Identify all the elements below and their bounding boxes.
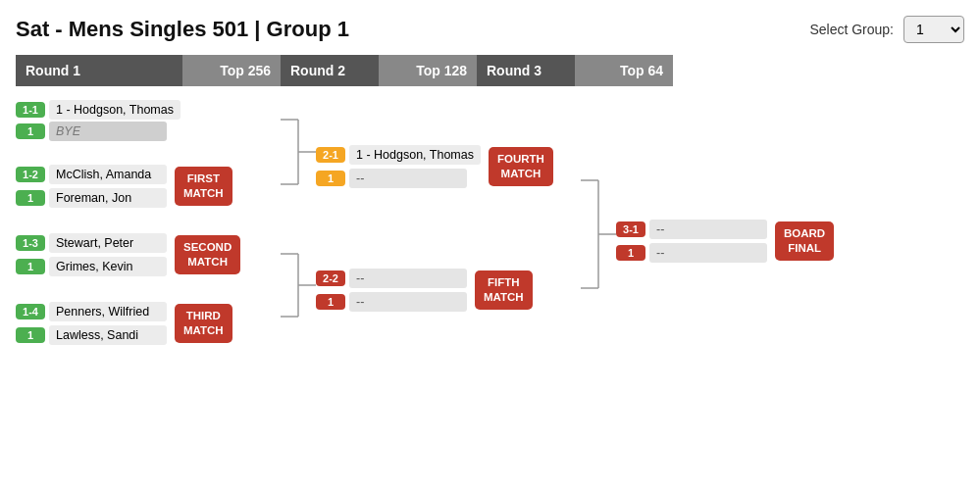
page-title: Sat - Mens Singles 501 | Group 1	[16, 17, 349, 42]
rounds-header: Round 1 Top 256 Round 2 Top 128 Round 3 …	[16, 55, 964, 86]
connector-svg-r1-r2	[281, 94, 316, 398]
r2-match-2: 2-2 -- 1 -- FIFTHMATCH	[316, 267, 581, 314]
top128-header: Top 128	[379, 55, 477, 86]
r1-m1-p2-bye: BYE	[49, 122, 167, 141]
r2-m1-row1: 2-1 1 - Hodgson, Thomas	[316, 145, 481, 165]
r1-match-3: 1-3 Stewart, Peter 1 Grimes, Kevin SECON…	[16, 231, 281, 278]
r1-m3-score: 1	[16, 259, 45, 274]
rounds-body: 1-1 1 - Hodgson, Thomas 1 BYE 1-2 McClis…	[16, 86, 964, 398]
r3-m1-row1: 3-1 --	[616, 220, 767, 239]
top64-header: Top 64	[575, 55, 673, 86]
r2-m1-badge: 2-1	[316, 147, 345, 163]
r1-m2-row2: 1 Foreman, Jon	[16, 188, 167, 208]
r3-m1-p1: --	[649, 220, 767, 239]
r2-m2-players: 2-2 -- 1 --	[316, 267, 467, 314]
r1-m1-score: 1	[16, 123, 45, 139]
second-match-button[interactable]: SECONDMATCH	[175, 235, 240, 274]
r1-match-1: 1-1 1 - Hodgson, Thomas 1 BYE	[16, 98, 281, 143]
r2-m1-p2: --	[349, 169, 467, 188]
r3-m1-score: 1	[616, 245, 645, 261]
top256-header: Top 256	[182, 55, 281, 86]
round1-header: Round 1	[16, 55, 182, 86]
r2-m2-row2: 1 --	[316, 292, 467, 312]
r2-m1-row2: 1 --	[316, 169, 481, 188]
r1-m3-p2: Grimes, Kevin	[49, 257, 167, 276]
r2-m2-score: 1	[316, 294, 345, 310]
r1-m4-badge: 1-4	[16, 304, 45, 319]
bracket-wrapper: Round 1 Top 256 Round 2 Top 128 Round 3 …	[16, 55, 964, 398]
round3-col: 3-1 -- 1 -- BOARDFINAL	[616, 94, 851, 270]
connector-r1-r2	[281, 94, 316, 398]
round2-col: 2-1 1 - Hodgson, Thomas 1 -- FOURTHMATCH…	[316, 94, 581, 319]
group-select-area: Select Group: 1 2 3 4	[809, 16, 964, 43]
r2-m2-row1: 2-2 --	[316, 269, 467, 288]
third-match-button[interactable]: THIRDMATCH	[175, 304, 232, 343]
r2-m1-score: 1	[316, 171, 345, 186]
r1-match-4-players: 1-4 Penners, Wilfried 1 Lawless, Sandi	[16, 300, 167, 347]
r2-m2-p1: --	[349, 269, 467, 288]
r3-match-1: 3-1 -- 1 -- BOARDFINAL	[616, 218, 851, 265]
fourth-match-button[interactable]: FOURTHMATCH	[489, 147, 553, 186]
r1-m2-score: 1	[16, 190, 45, 206]
first-match-button[interactable]: FIRSTMATCH	[175, 167, 232, 206]
r1-m1-badge: 1-1	[16, 102, 45, 118]
r1-m4-p1: Penners, Wilfried	[49, 302, 167, 321]
group-select-dropdown[interactable]: 1 2 3 4	[903, 16, 964, 43]
r1-m2-badge: 1-2	[16, 167, 45, 182]
page-header: Sat - Mens Singles 501 | Group 1 Select …	[16, 16, 964, 43]
round2-header: Round 2	[281, 55, 379, 86]
r2-m1-p1: 1 - Hodgson, Thomas	[349, 145, 481, 165]
r2-m2-p2: --	[349, 292, 467, 312]
r1-m3-p1: Stewart, Peter	[49, 233, 167, 253]
connector-svg-r2-r3	[581, 94, 616, 398]
r1-m4-row2: 1 Lawless, Sandi	[16, 325, 167, 345]
r1-m3-badge: 1-3	[16, 235, 45, 251]
r1-m2-p2: Foreman, Jon	[49, 188, 167, 208]
r1-match-1-player1: 1-1 1 - Hodgson, Thomas	[16, 100, 281, 120]
r3-m1-row2: 1 --	[616, 243, 767, 263]
r2-m2-badge: 2-2	[316, 270, 345, 286]
r1-m3-row1: 1-3 Stewart, Peter	[16, 233, 167, 253]
r1-m2-row1: 1-2 McClish, Amanda	[16, 165, 167, 184]
round3-header: Round 3	[477, 55, 575, 86]
select-group-label: Select Group:	[809, 22, 894, 37]
r3-m1-badge: 3-1	[616, 221, 645, 237]
r3-m1-players: 3-1 -- 1 --	[616, 218, 767, 265]
r1-m1-p1-name: 1 - Hodgson, Thomas	[49, 100, 181, 120]
r1-match-2-players: 1-2 McClish, Amanda 1 Foreman, Jon	[16, 163, 167, 210]
r1-match-1-player2: 1 BYE	[16, 122, 281, 141]
r2-match-1: 2-1 1 - Hodgson, Thomas 1 -- FOURTHMATCH	[316, 143, 581, 190]
board-final-button[interactable]: BOARDFINAL	[775, 221, 834, 261]
r2-m1-players: 2-1 1 - Hodgson, Thomas 1 --	[316, 143, 481, 190]
r1-m4-p2: Lawless, Sandi	[49, 325, 167, 345]
r1-m4-score: 1	[16, 327, 45, 343]
fifth-match-button[interactable]: FIFTHMATCH	[475, 270, 533, 310]
r1-m3-row2: 1 Grimes, Kevin	[16, 257, 167, 276]
round1-col: 1-1 1 - Hodgson, Thomas 1 BYE 1-2 McClis…	[16, 94, 281, 353]
r1-match-4: 1-4 Penners, Wilfried 1 Lawless, Sandi T…	[16, 300, 281, 347]
r1-m2-p1: McClish, Amanda	[49, 165, 167, 184]
r1-match-3-players: 1-3 Stewart, Peter 1 Grimes, Kevin	[16, 231, 167, 278]
r3-m1-p2: --	[649, 243, 767, 263]
connector-r2-r3	[581, 94, 616, 398]
r1-m4-row1: 1-4 Penners, Wilfried	[16, 302, 167, 321]
r1-match-2: 1-2 McClish, Amanda 1 Foreman, Jon FIRST…	[16, 163, 281, 210]
